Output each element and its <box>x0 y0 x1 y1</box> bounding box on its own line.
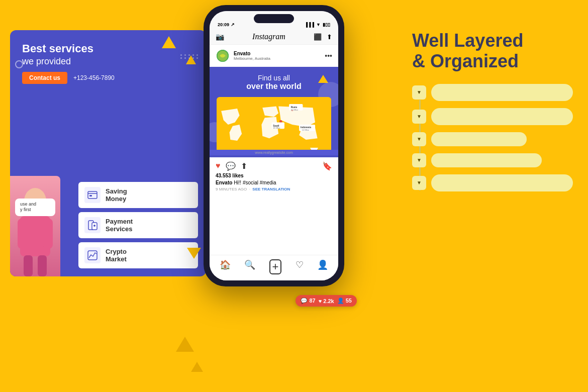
header-actions: Contact us +123-456-7890 <box>22 72 194 84</box>
dropdown-trigger-5[interactable]: ▼ <box>412 176 426 190</box>
dropdown-pill-5[interactable] <box>431 174 573 191</box>
svg-rect-4 <box>24 255 33 276</box>
dropdown-row-4: ▼ <box>412 153 573 167</box>
dropdown-pill-2[interactable] <box>431 108 573 125</box>
phone-number: +123-456-7890 <box>73 74 115 81</box>
ig-header: 📷 Instagram ⬛ ⬆ <box>210 29 338 45</box>
svg-rect-8 <box>89 195 92 197</box>
crypto-market-icon <box>84 247 101 263</box>
payment-services-label: Payment Services <box>106 218 133 233</box>
account-location: Melbourne, Australia <box>234 56 321 61</box>
saving-money-icon <box>84 187 101 203</box>
see-translation[interactable]: SEE TRANSLATION <box>252 187 290 191</box>
status-icons: ▐▐▐ ▼ ▮▯▯ <box>305 22 330 27</box>
nav-heart[interactable]: ♡ <box>296 259 304 274</box>
svg-text:Indonesia: Indonesia <box>301 126 312 129</box>
svg-text:19 Office: 19 Office <box>273 127 280 129</box>
nav-profile[interactable]: 👤 <box>317 259 328 274</box>
service-list: Saving Money Payment Services <box>70 177 206 276</box>
chevron-down-icon-2: ▼ <box>417 114 422 119</box>
person-image <box>10 176 60 276</box>
post-time: 9 MINUTES AGO · SEE TRANSLATION <box>210 187 338 193</box>
service-payment-services[interactable]: Payment Services <box>78 212 198 238</box>
instagram-logo: Instagram <box>252 32 285 41</box>
bg-triangle-1 <box>176 337 194 352</box>
post-account-info: Envato Melbourne, Australia <box>234 51 321 61</box>
phone-screen: 20:09 ↗ ▐▐▐ ▼ ▮▯▯ 📷 Instagram ⬛ ⬆ <box>210 11 338 280</box>
post-header: Envato Melbourne, Australia ••• <box>210 45 338 67</box>
dropdown-pill-1[interactable] <box>431 84 573 101</box>
triangle-decoration-1 <box>162 36 176 48</box>
chevron-down-icon-5: ▼ <box>417 180 422 185</box>
dropdown-trigger-4[interactable]: ▼ <box>412 153 426 167</box>
account-avatar <box>216 49 230 63</box>
phone-mockup: 20:09 ↗ ▐▐▐ ▼ ▮▯▯ 📷 Instagram ⬛ ⬆ <box>196 5 352 347</box>
caption-text: Hi!! #social #media <box>234 180 276 185</box>
dropdown-trigger-2[interactable]: ▼ <box>412 110 426 124</box>
dropdown-pill-3[interactable] <box>431 132 527 146</box>
left-panel: Best services we provided Contact us +12… <box>10 30 206 276</box>
bottom-nav: 🏠 🔍 + ♡ 👤 <box>210 255 338 280</box>
svg-text:Rusia: Rusia <box>291 106 298 109</box>
svg-rect-5 <box>38 255 47 276</box>
contact-button[interactable]: Contact us <box>22 72 67 84</box>
post-actions: ♥ 💬 ⬆ 🔖 <box>210 157 338 173</box>
notification-bubble: 💬 87 ♥ 2.2k 👤 55 <box>296 295 357 307</box>
post-more-button[interactable]: ••• <box>325 52 332 60</box>
bookmark-button[interactable]: 🔖 <box>322 161 332 171</box>
caption-username: Envato <box>216 180 232 185</box>
service-saving-money[interactable]: Saving Money <box>78 182 198 208</box>
speech-bubble: use and y first <box>15 199 55 216</box>
status-time: 20:09 ↗ <box>218 22 235 27</box>
nav-home[interactable]: 🏠 <box>220 259 231 274</box>
svg-rect-2 <box>18 219 28 249</box>
chevron-down-icon-4: ▼ <box>417 157 422 163</box>
circle-decoration <box>15 60 23 68</box>
phone-outer: 20:09 ↗ ▐▐▐ ▼ ▮▯▯ 📷 Instagram ⬛ ⬆ <box>204 5 344 286</box>
chevron-down-icon-1: ▼ <box>417 89 422 95</box>
svg-rect-6 <box>88 191 97 199</box>
left-panel-header: Best services we provided Contact us +12… <box>10 30 206 92</box>
video-icon[interactable]: ⬛ <box>314 33 322 41</box>
payment-services-icon <box>84 217 101 233</box>
likes-count: 43.553 likes <box>210 173 338 180</box>
notif-follow-count: 👤 55 <box>337 298 352 304</box>
send-icon[interactable]: ⬆ <box>327 33 332 41</box>
account-name: Envato <box>234 51 321 56</box>
post-caption: Envato Hi!! #social #media <box>210 180 338 187</box>
dropdown-row-1: ▼ <box>412 84 573 101</box>
dropdown-trigger-1[interactable]: ▼ <box>412 85 426 100</box>
notif-comment-count: 💬 87 <box>301 298 315 304</box>
post-action-left: ♥ 💬 ⬆ <box>216 161 247 171</box>
saving-money-label: Saving Money <box>106 187 127 203</box>
bg-triangle-2 <box>191 362 203 372</box>
svg-text:45 Office: 45 Office <box>291 109 298 111</box>
nav-add[interactable]: + <box>269 259 282 274</box>
svg-rect-3 <box>43 219 53 249</box>
svg-text:Saudi: Saudi <box>273 125 279 127</box>
dynamic-island <box>254 14 294 23</box>
dropdown-pill-4[interactable] <box>431 153 542 167</box>
post-url: www.reallygreatsite.com <box>210 150 338 155</box>
dropdown-row-5: ▼ <box>412 174 573 191</box>
right-panel: Well Layered & Organized ▼ ▼ ▼ <box>412 30 573 191</box>
dropdown-row-3: ▼ <box>412 132 573 146</box>
header-subtitle: we provided <box>22 56 194 67</box>
dropdown-row-2: ▼ <box>412 108 573 125</box>
svg-point-11 <box>93 225 95 227</box>
world-map: Rusia 45 Office Saudi 19 Office Indonesi… <box>217 97 331 152</box>
svg-text:14 Office: 14 Office <box>302 129 309 131</box>
ig-action-icons: ⬛ ⬆ <box>314 33 332 41</box>
post-image: Find us all over the world <box>210 67 338 157</box>
nav-search[interactable]: 🔍 <box>244 259 255 274</box>
service-crypto-market[interactable]: Crypto Market <box>78 242 198 268</box>
right-panel-title: Well Layered & Organized <box>412 30 573 72</box>
share-button[interactable]: ⬆ <box>241 161 247 171</box>
like-button[interactable]: ♥ <box>216 161 221 171</box>
notif-like-count: ♥ 2.2k <box>319 298 334 304</box>
camera-icon[interactable]: 📷 <box>216 33 224 41</box>
post-triangle <box>318 75 328 83</box>
svg-rect-12 <box>88 251 97 260</box>
comment-button[interactable]: 💬 <box>226 161 236 171</box>
dropdown-trigger-3[interactable]: ▼ <box>412 132 426 146</box>
